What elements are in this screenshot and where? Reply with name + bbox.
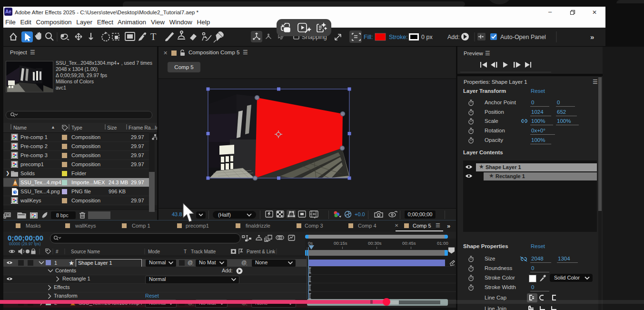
- svg-text:»: »: [590, 33, 594, 41]
- svg-text:Fill:: Fill:: [364, 34, 373, 40]
- svg-text:Parent & Link: Parent & Link: [247, 249, 276, 254]
- svg-text:+0.0: +0.0: [355, 211, 365, 217]
- svg-text:T: T: [184, 249, 187, 254]
- svg-text:8 bpc: 8 bpc: [56, 212, 69, 218]
- svg-text:Track Matte: Track Matte: [191, 249, 216, 254]
- svg-text:#: #: [56, 249, 59, 254]
- svg-text:Stroke:: Stroke:: [389, 34, 408, 40]
- svg-text:Mode: Mode: [148, 249, 160, 254]
- svg-text:T: T: [150, 31, 156, 42]
- svg-text:Auto-Open Panel: Auto-Open Panel: [500, 34, 546, 40]
- svg-text:Add:: Add:: [447, 34, 460, 40]
- svg-text:Source Name: Source Name: [71, 249, 100, 254]
- svg-text:0 px: 0 px: [421, 34, 433, 40]
